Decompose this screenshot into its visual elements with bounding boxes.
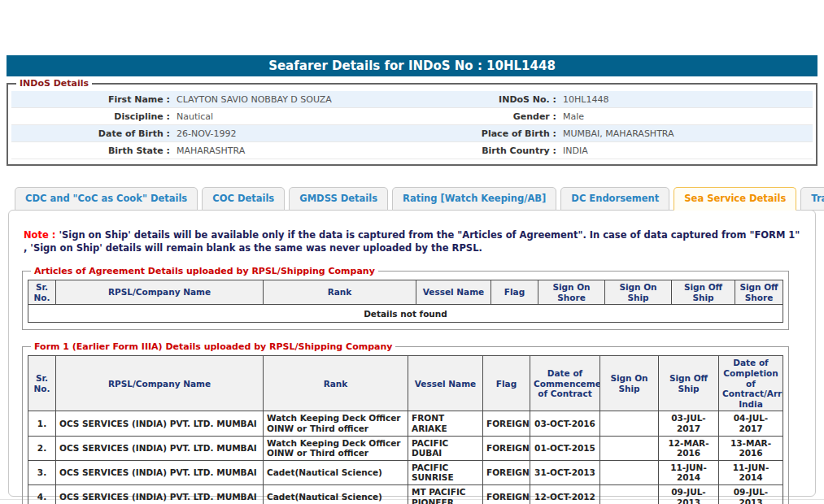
details-not-found-message: Details not found [28,305,783,323]
cell-sign-off-ship: 09-JUL-2013 [659,484,719,504]
cell-flag: FOREIGN [483,436,530,460]
col-sign-on-ship: Sign On Ship [600,356,659,411]
first-name-value: CLAYTON SAVIO NOBBAY D SOUZA [177,94,332,105]
cell-rank: Cadet(Nautical Science) [264,484,408,504]
cell-date-comm: 12-OCT-2012 [530,484,600,504]
col-date-completion: Date of Completion of Contract/Arriving … [719,356,783,411]
dob-label: Date of Birth : [11,128,170,139]
cell-vessel: FRONT ARIAKE [408,411,483,436]
indos-row-birth: Date of Birth : 26-NOV-1992 Place of Bir… [11,125,813,142]
gender-label: Gender : [410,111,556,122]
col-sr-no: Sr. No. [28,280,56,305]
cell-sr-no: 3. [28,460,56,484]
col-sign-on-ship: Sign On Ship [605,280,672,305]
form1-fieldset: Form 1 (Earlier Form IIIA) Details uploa… [22,341,789,504]
discipline-label: Discipline : [11,111,170,122]
page-title: Seafarer Details for INDoS No : 10HL1448 [7,55,817,76]
cell-rank: Watch Keeping Deck Officer OINW or Third… [264,411,408,436]
cell-sign-on-ship [600,436,659,460]
cell-sign-off-ship: 12-MAR-2016 [659,436,719,460]
form1-legend: Form 1 (Earlier Form IIIA) Details uploa… [31,341,395,352]
articles-of-agreement-legend: Articles of Agreement Details uploaded b… [31,266,378,276]
indos-row-state: Birth State : MAHARASHTRA Birth Country … [11,142,813,159]
cell-sign-on-ship [600,460,659,484]
gender-value: Male [563,111,584,122]
sea-service-panel: Note : 'Sign on Ship' details will be av… [8,210,816,497]
note-text: Note : 'Sign on Ship' details will be av… [24,228,800,254]
col-company-name: RPSL/Company Name [56,356,264,411]
tab-rating-watchkeeping[interactable]: Rating [Watch Keeping/AB] [392,187,556,211]
cell-company: OCS SERVICES (INDIA) PVT. LTD. MUMBAI [56,411,264,436]
col-flag: Flag [483,356,530,411]
cell-sign-on-ship [600,411,659,436]
table-row: Details not found [28,305,783,323]
tab-gmdss-details[interactable]: GMDSS Details [289,187,388,211]
articles-of-agreement-fieldset: Articles of Agreement Details uploaded b… [22,266,789,330]
cell-sign-off-ship: 11-JUN-2014 [659,460,719,484]
birth-country-value: INDIA [563,146,588,156]
pob-value: MUMBAI, MAHARASHTRA [563,128,674,139]
form1-table: Sr. No. RPSL/Company Name Rank Vessel Na… [28,355,783,504]
tab-cdc-coc-cook[interactable]: CDC and "CoC as Cook" Details [15,187,198,211]
cell-sign-off-ship: 03-JUL-2017 [659,411,719,436]
table-row: 4. OCS SERVICES (INDIA) PVT. LTD. MUMBAI… [28,484,783,504]
tab-coc-details[interactable]: COC Details [202,187,285,211]
dob-value: 26-NOV-1992 [177,128,237,139]
discipline-value: Nautical [177,111,213,122]
birth-state-value: MAHARASHTRA [177,146,245,156]
note-body: 'Sign on Ship' details will be available… [24,229,800,254]
cell-flag: FOREIGN [483,411,530,436]
cell-sign-on-ship [600,484,659,504]
cell-rank: Watch Keeping Deck Officer OINW or Third… [264,436,408,460]
birth-state-label: Birth State : [11,146,170,156]
cell-company: OCS SERVICES (INDIA) PVT. LTD. MUMBAI [56,436,264,460]
col-rank: Rank [264,280,416,305]
indos-row-name: First Name : CLAYTON SAVIO NOBBAY D SOUZ… [11,91,813,108]
table-header-row: Sr. No. RPSL/Company Name Rank Vessel Na… [28,356,783,411]
tab-bar: CDC and "CoC as Cook" Details COC Detail… [8,187,816,210]
indos-no-value: 10HL1448 [563,94,608,105]
tab-training-details[interactable]: Training Details [800,187,824,211]
note-prefix: Note : [24,229,55,241]
tab-sea-service-details[interactable]: Sea Service Details [674,187,796,211]
pob-label: Place of Birth : [410,128,556,139]
birth-country-label: Birth Country : [410,146,556,156]
tab-dc-endorsement[interactable]: DC Endorsement [560,187,669,211]
table-header-row: Sr. No. RPSL/Company Name Rank Vessel Na… [28,280,783,305]
first-name-label: First Name : [11,94,170,105]
col-sign-off-shore: Sign Off Shore [735,280,783,305]
col-sign-on-shore: Sign On Shore [538,280,605,305]
col-vessel-name: Vessel Name [408,356,483,411]
cell-date-compl: 11-JUN-2014 [719,460,783,484]
cell-company: OCS SERVICES (INDIA) PVT. LTD. MUMBAI [56,460,264,484]
col-date-commencement: Date of Commencement of Contract [530,356,600,411]
cell-date-comm: 01-OCT-2015 [530,436,600,460]
indos-no-label: INDoS No. : [410,94,556,105]
cell-flag: FOREIGN [483,484,530,504]
col-rank: Rank [264,356,408,411]
table-row: 2. OCS SERVICES (INDIA) PVT. LTD. MUMBAI… [28,436,783,460]
cell-date-compl: 09-JUL-2013 [719,484,783,504]
cell-company: OCS SERVICES (INDIA) PVT. LTD. MUMBAI [56,484,264,504]
cell-rank: Cadet(Nautical Science) [264,460,408,484]
cell-sr-no: 1. [28,411,56,436]
cell-sr-no: 4. [28,484,56,504]
cell-sr-no: 2. [28,436,56,460]
table-row: 1. OCS SERVICES (INDIA) PVT. LTD. MUMBAI… [28,411,783,436]
table-row: 3. OCS SERVICES (INDIA) PVT. LTD. MUMBAI… [28,460,783,484]
indos-details-fieldset: INDoS Details First Name : CLAYTON SAVIO… [7,78,817,166]
cell-date-compl: 04-JUL-2017 [719,411,783,436]
cell-date-comm: 03-OCT-2016 [530,411,600,436]
col-sr-no: Sr. No. [28,356,56,411]
col-vessel-name: Vessel Name [416,280,491,305]
cell-date-comm: 31-OCT-2013 [530,460,600,484]
col-sign-off-ship: Sign Off Ship [672,280,735,305]
cell-vessel: PACIFIC SUNRISE [408,460,483,484]
col-sign-off-ship: Sign Off Ship [659,356,719,411]
cell-flag: FOREIGN [483,460,530,484]
col-flag: Flag [491,280,538,305]
cell-vessel: MT PACIFIC PIONEER [408,484,483,504]
cell-date-compl: 13-MAR-2016 [719,436,783,460]
articles-of-agreement-table: Sr. No. RPSL/Company Name Rank Vessel Na… [28,280,783,323]
indos-row-discipline: Discipline : Nautical Gender : Male [11,108,813,125]
